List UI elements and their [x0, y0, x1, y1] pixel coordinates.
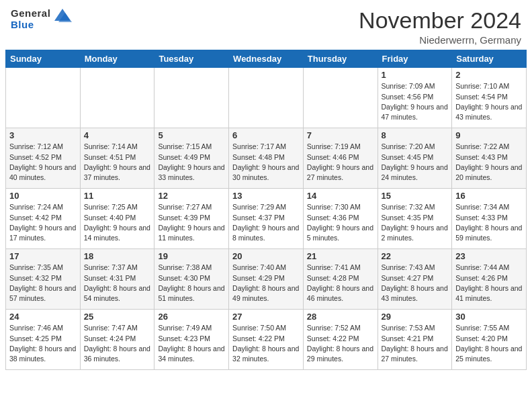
- day-info: Sunrise: 7:49 AMSunset: 4:23 PMDaylight:…: [158, 323, 225, 364]
- table-cell: 19Sunrise: 7:38 AMSunset: 4:30 PMDayligh…: [154, 249, 229, 310]
- calendar-table: Sunday Monday Tuesday Wednesday Thursday…: [5, 50, 527, 370]
- daylight-text: Daylight: 8 hours and 36 minutes.: [84, 344, 151, 364]
- table-cell: [154, 68, 229, 128]
- sunrise-text: Sunrise: 7:15 AM: [158, 142, 225, 152]
- header-monday: Monday: [80, 50, 154, 68]
- logo-icon: [53, 7, 72, 26]
- sunrise-text: Sunrise: 7:50 AM: [232, 323, 300, 333]
- sunset-text: Sunset: 4:23 PM: [158, 334, 225, 344]
- daylight-text: Daylight: 8 hours and 43 minutes.: [382, 283, 449, 304]
- day-info: Sunrise: 7:09 AMSunset: 4:56 PMDaylight:…: [382, 81, 449, 122]
- day-info: Sunrise: 7:50 AMSunset: 4:22 PMDaylight:…: [232, 323, 300, 364]
- day-number: 27: [232, 312, 300, 322]
- daylight-text: Daylight: 9 hours and 27 minutes.: [307, 163, 374, 183]
- daylight-text: Daylight: 8 hours and 51 minutes.: [158, 283, 225, 304]
- sunset-text: Sunset: 4:24 PM: [84, 334, 151, 344]
- header-sunday: Sunday: [6, 50, 81, 68]
- day-number: 22: [382, 251, 449, 261]
- sunset-text: Sunset: 4:45 PM: [382, 152, 449, 163]
- day-number: 16: [455, 191, 523, 201]
- day-info: Sunrise: 7:52 AMSunset: 4:22 PMDaylight:…: [307, 323, 374, 364]
- day-info: Sunrise: 7:27 AMSunset: 4:39 PMDaylight:…: [158, 202, 225, 243]
- day-info: Sunrise: 7:55 AMSunset: 4:20 PMDaylight:…: [455, 323, 523, 364]
- sunset-text: Sunset: 4:22 PM: [232, 334, 300, 344]
- daylight-text: Daylight: 9 hours and 17 minutes.: [9, 223, 77, 243]
- logo-general-text: General: [11, 8, 50, 19]
- sunset-text: Sunset: 4:21 PM: [382, 334, 449, 344]
- day-number: 6: [232, 130, 300, 140]
- sunset-text: Sunset: 4:33 PM: [455, 213, 523, 223]
- daylight-text: Daylight: 8 hours and 27 minutes.: [382, 344, 449, 364]
- day-number: 29: [382, 312, 449, 322]
- day-info: Sunrise: 7:17 AMSunset: 4:48 PMDaylight:…: [232, 142, 300, 183]
- sunrise-text: Sunrise: 7:10 AM: [455, 81, 523, 91]
- table-cell: 7Sunrise: 7:19 AMSunset: 4:46 PMDaylight…: [303, 128, 378, 189]
- sunset-text: Sunset: 4:22 PM: [307, 334, 374, 344]
- daylight-text: Daylight: 8 hours and 49 minutes.: [232, 283, 300, 304]
- table-cell: 21Sunrise: 7:41 AMSunset: 4:28 PMDayligh…: [303, 249, 378, 310]
- day-info: Sunrise: 7:47 AMSunset: 4:24 PMDaylight:…: [84, 323, 151, 364]
- sunset-text: Sunset: 4:51 PM: [84, 152, 151, 163]
- day-info: Sunrise: 7:34 AMSunset: 4:33 PMDaylight:…: [455, 202, 523, 243]
- daylight-text: Daylight: 8 hours and 38 minutes.: [9, 344, 77, 364]
- day-number: 28: [307, 312, 374, 322]
- table-cell: 28Sunrise: 7:52 AMSunset: 4:22 PMDayligh…: [303, 310, 378, 370]
- daylight-text: Daylight: 9 hours and 37 minutes.: [84, 163, 151, 183]
- day-number: 13: [232, 191, 300, 201]
- calendar-wrapper: Sunday Monday Tuesday Wednesday Thursday…: [0, 50, 532, 375]
- sunrise-text: Sunrise: 7:14 AM: [84, 142, 151, 152]
- table-cell: 15Sunrise: 7:32 AMSunset: 4:35 PMDayligh…: [378, 189, 452, 249]
- sunrise-text: Sunrise: 7:09 AM: [382, 81, 449, 91]
- day-number: 1: [382, 70, 449, 80]
- sunrise-text: Sunrise: 7:38 AM: [158, 263, 225, 273]
- sunrise-text: Sunrise: 7:22 AM: [455, 142, 523, 152]
- sunrise-text: Sunrise: 7:37 AM: [84, 263, 151, 273]
- sunset-text: Sunset: 4:26 PM: [455, 273, 523, 283]
- day-number: 10: [9, 191, 77, 201]
- table-cell: [303, 68, 378, 128]
- sunset-text: Sunset: 4:48 PM: [232, 152, 300, 163]
- sunset-text: Sunset: 4:36 PM: [307, 213, 374, 223]
- table-cell: 4Sunrise: 7:14 AMSunset: 4:51 PMDaylight…: [80, 128, 154, 189]
- day-info: Sunrise: 7:15 AMSunset: 4:49 PMDaylight:…: [158, 142, 225, 183]
- day-number: 5: [158, 130, 225, 140]
- daylight-text: Daylight: 8 hours and 32 minutes.: [232, 344, 300, 364]
- month-year: November 2024: [359, 8, 521, 33]
- sunrise-text: Sunrise: 7:53 AM: [382, 323, 449, 333]
- sunrise-text: Sunrise: 7:40 AM: [232, 263, 300, 273]
- day-info: Sunrise: 7:29 AMSunset: 4:37 PMDaylight:…: [232, 202, 300, 243]
- day-number: 2: [455, 70, 523, 80]
- table-cell: 22Sunrise: 7:43 AMSunset: 4:27 PMDayligh…: [378, 249, 452, 310]
- day-info: Sunrise: 7:37 AMSunset: 4:31 PMDaylight:…: [84, 263, 151, 304]
- day-number: 14: [307, 191, 374, 201]
- sunset-text: Sunset: 4:32 PM: [9, 273, 77, 283]
- day-number: 15: [382, 191, 449, 201]
- table-cell: 13Sunrise: 7:29 AMSunset: 4:37 PMDayligh…: [229, 189, 304, 249]
- daylight-text: Daylight: 8 hours and 59 minutes.: [455, 223, 523, 243]
- sunrise-text: Sunrise: 7:20 AM: [382, 142, 449, 152]
- sunrise-text: Sunrise: 7:52 AM: [307, 323, 374, 333]
- table-cell: 29Sunrise: 7:53 AMSunset: 4:21 PMDayligh…: [378, 310, 452, 370]
- sunrise-text: Sunrise: 7:55 AM: [455, 323, 523, 333]
- sunset-text: Sunset: 4:31 PM: [84, 273, 151, 283]
- sunrise-text: Sunrise: 7:29 AM: [232, 202, 300, 212]
- sunrise-text: Sunrise: 7:24 AM: [9, 202, 77, 212]
- table-cell: 14Sunrise: 7:30 AMSunset: 4:36 PMDayligh…: [303, 189, 378, 249]
- daylight-text: Daylight: 9 hours and 24 minutes.: [382, 163, 449, 183]
- day-info: Sunrise: 7:38 AMSunset: 4:30 PMDaylight:…: [158, 263, 225, 304]
- day-number: 11: [84, 191, 151, 201]
- sunset-text: Sunset: 4:35 PM: [382, 213, 449, 223]
- table-cell: 16Sunrise: 7:34 AMSunset: 4:33 PMDayligh…: [452, 189, 527, 249]
- day-info: Sunrise: 7:19 AMSunset: 4:46 PMDaylight:…: [307, 142, 374, 183]
- daylight-text: Daylight: 9 hours and 8 minutes.: [232, 223, 300, 243]
- table-cell: 27Sunrise: 7:50 AMSunset: 4:22 PMDayligh…: [229, 310, 304, 370]
- header-friday: Friday: [378, 50, 452, 68]
- sunrise-text: Sunrise: 7:27 AM: [158, 202, 225, 212]
- table-cell: 18Sunrise: 7:37 AMSunset: 4:31 PMDayligh…: [80, 249, 154, 310]
- title-block: November 2024 Niederwerrn, Germany: [359, 8, 521, 46]
- day-info: Sunrise: 7:53 AMSunset: 4:21 PMDaylight:…: [382, 323, 449, 364]
- daylight-text: Daylight: 9 hours and 40 minutes.: [9, 163, 77, 183]
- logo: General Blue: [11, 8, 72, 30]
- day-number: 7: [307, 130, 374, 140]
- day-number: 26: [158, 312, 225, 322]
